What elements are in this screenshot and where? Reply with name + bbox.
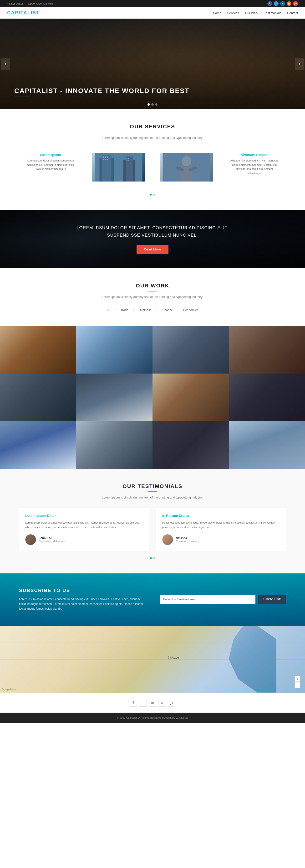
svg-point-16 <box>182 156 191 166</box>
testimonials-header: OUR TESTIMONIALS Lorem ipsum is simply d… <box>19 483 286 499</box>
subscribe-right: SUBSCRIBE <box>160 588 286 611</box>
subscribe-text: Lorem ipsum dolor sit amet, consectetur … <box>19 597 145 611</box>
nav-home[interactable]: Home <box>213 11 222 15</box>
svg-rect-14 <box>129 160 129 160</box>
service-card-4: Vivamus Tempor Aliquam non laoreet diam.… <box>223 148 286 189</box>
filter-sep-1: / <box>115 307 116 313</box>
service-card-1-text: Lorem ipsum dolor sit amet, consectetur … <box>24 159 77 171</box>
quote-read-more-button[interactable]: Read More <box>137 245 168 254</box>
service-card-1: Lorem Ipsum Lorem ipsum dolor sit amet, … <box>19 148 82 189</box>
filter-trade[interactable]: Trade <box>121 307 129 313</box>
map-controls: + − <box>295 676 300 688</box>
svg-rect-13 <box>127 160 128 160</box>
subscribe-email-input[interactable] <box>160 595 256 604</box>
work-subtitle: Lorem ipsum is simply dummy text of the … <box>19 295 286 299</box>
twitter-icon[interactable]: t <box>274 1 278 6</box>
footer-twitter-icon[interactable]: t <box>139 699 147 707</box>
testimonial-dot-2[interactable] <box>153 557 155 559</box>
services-section: OUR SERVICES Lorem ipsum is simply dummy… <box>0 109 305 210</box>
footer-whatsapp-icon[interactable]: ◎ <box>149 699 156 707</box>
nav-testimonials[interactable]: Testimonials <box>264 11 281 15</box>
service-dot-1[interactable] <box>150 194 152 195</box>
testimonial-1-title: Lorem Ipsum Dolor <box>25 514 143 518</box>
subscribe-button[interactable]: SUBSCRIBE <box>258 595 286 604</box>
service-card-3 <box>155 148 218 189</box>
brand-logo[interactable]: CAPITALIST <box>7 10 39 16</box>
work-item-4[interactable] <box>229 326 305 374</box>
testimonials-section: OUR TESTIMONIALS Lorem ipsum is simply d… <box>0 469 305 573</box>
subscribe-section: SUBSCRIBE TO US Lorem ipsum dolor sit am… <box>0 574 305 626</box>
footer: © 2017 Capitalist. All Rights Reserved |… <box>0 713 305 723</box>
avatar-male-icon <box>25 534 36 545</box>
footer-email-icon[interactable]: ✉ <box>158 699 166 707</box>
filter-all[interactable]: All <box>106 307 110 313</box>
map-zoom-in[interactable]: + <box>295 676 300 682</box>
svg-rect-11 <box>127 158 128 159</box>
testimonial-1-avatar <box>25 534 36 545</box>
filter-economics[interactable]: Economics <box>183 307 199 313</box>
nav-our-work[interactable]: Our Work <box>245 11 258 15</box>
top-bar-contact: +1 515 15515 support@company.com <box>7 2 59 5</box>
work-item-5[interactable] <box>0 374 76 421</box>
testimonial-1-author-name: John Doe <box>39 536 65 540</box>
nav-links: Home Services Our Work Testimonials Cont… <box>213 11 298 15</box>
hero-section: ‹ › CAPITALIST - INNOVATE THE WORLD FOR … <box>0 19 305 109</box>
testimonial-dot-1[interactable] <box>150 557 152 559</box>
work-item-7[interactable] <box>152 374 229 421</box>
email-address: support@company.com <box>28 2 55 5</box>
work-item-1[interactable] <box>0 326 76 374</box>
testimonial-2-author-role: Chairman, Brussels <box>176 540 199 542</box>
hero-prev-arrow[interactable]: ‹ <box>1 58 10 70</box>
hero-dot-3[interactable] <box>155 103 158 106</box>
svg-rect-6 <box>105 156 106 158</box>
nav-services[interactable]: Services <box>227 11 239 15</box>
rss-icon[interactable]: ◉ <box>286 1 292 6</box>
hero-dot-1[interactable] <box>147 103 150 106</box>
avatar-female-icon <box>162 534 173 545</box>
service-building-image <box>92 153 145 182</box>
testimonials-title: OUR TESTIMONIALS <box>19 483 286 490</box>
service-card-1-title: Lorem Ipsum <box>24 153 77 157</box>
work-item-6[interactable] <box>76 374 152 421</box>
filter-finance[interactable]: Finance <box>162 307 173 313</box>
top-bar: +1 515 15515 support@company.com f t in … <box>0 0 305 7</box>
gplus-icon[interactable]: g+ <box>293 1 298 6</box>
top-bar-social: f t in ◉ g+ <box>266 1 298 6</box>
map-zoom-out[interactable]: − <box>295 682 300 688</box>
subscribe-content: SUBSCRIBE TO US Lorem ipsum dolor sit am… <box>19 588 286 611</box>
hero-dot-2[interactable] <box>151 103 154 106</box>
services-subtitle: Lorem ipsum is simply dummy text of the … <box>19 136 286 140</box>
work-item-10[interactable] <box>76 421 152 469</box>
testimonial-1-author-role: Supervisor, Melbourne <box>39 540 65 542</box>
testimonial-2-avatar <box>162 534 173 545</box>
work-item-12[interactable] <box>229 421 305 469</box>
work-header: OUR WORK Lorem ipsum is simply dummy tex… <box>0 283 305 326</box>
work-item-11[interactable] <box>152 421 229 469</box>
work-item-3[interactable] <box>152 326 229 374</box>
service-dot-2[interactable] <box>153 194 155 195</box>
work-item-2[interactable] <box>76 326 152 374</box>
footer-facebook-icon[interactable]: f <box>130 699 137 707</box>
work-grid <box>0 326 305 469</box>
work-item-9[interactable] <box>0 421 76 469</box>
service-card-2 <box>87 148 150 189</box>
hero-content: CAPITALIST - INNOVATE THE WORLD FOR BEST <box>14 87 190 100</box>
work-item-8[interactable] <box>229 374 305 421</box>
hero-dots <box>147 103 158 106</box>
linkedin-icon[interactable]: in <box>280 1 285 6</box>
filter-business[interactable]: Business <box>139 307 151 313</box>
hero-next-arrow[interactable]: › <box>295 58 304 70</box>
quote-text: LOREM IPSUM DOLOR SIT AMET, CONSECTETUR … <box>19 224 286 239</box>
svg-rect-10 <box>107 159 108 160</box>
map-lake <box>229 626 276 693</box>
nav-contact[interactable]: Contact <box>287 11 298 15</box>
footer-gplus-icon[interactable]: g+ <box>168 699 175 707</box>
footer-social: f t ◎ ✉ g+ <box>0 693 305 713</box>
testimonial-dots <box>19 557 286 559</box>
map-logo: Google Maps <box>2 688 16 691</box>
svg-rect-8 <box>103 159 104 160</box>
testimonials-divider <box>148 491 157 492</box>
facebook-icon[interactable]: f <box>267 1 272 6</box>
map-section: Chicago + − Google Maps <box>0 626 305 693</box>
services-divider <box>148 132 157 132</box>
